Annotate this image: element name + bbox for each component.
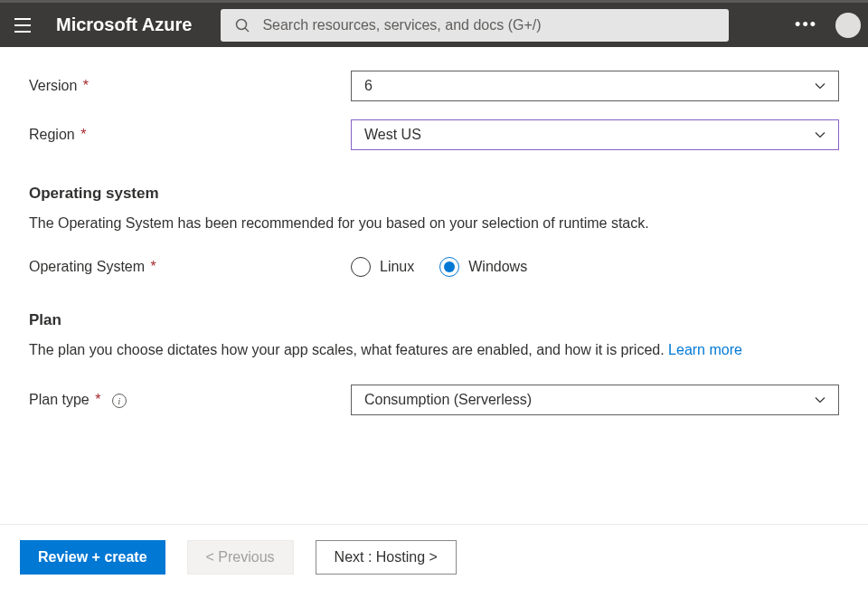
required-asterisk: * bbox=[79, 78, 89, 93]
plan-type-select[interactable]: Consumption (Serverless) bbox=[351, 385, 839, 415]
version-label: Version * bbox=[29, 78, 351, 94]
hamburger-menu-icon[interactable] bbox=[14, 14, 31, 36]
user-avatar[interactable] bbox=[835, 13, 861, 38]
required-asterisk: * bbox=[77, 127, 87, 142]
form-content: Version * 6 Region * West US Operating s… bbox=[0, 47, 868, 415]
learn-more-link[interactable]: Learn more bbox=[668, 342, 742, 357]
os-radio-windows[interactable]: Windows bbox=[439, 257, 527, 277]
os-section-description: The Operating System has been recommende… bbox=[29, 214, 839, 233]
os-radio-linux[interactable]: Linux bbox=[351, 257, 414, 277]
portal-header: Microsoft Azure ••• bbox=[0, 0, 868, 47]
region-label: Region * bbox=[29, 127, 351, 143]
chevron-down-icon bbox=[815, 129, 826, 140]
os-label: Operating System * bbox=[29, 259, 351, 275]
required-asterisk: * bbox=[146, 259, 156, 274]
chevron-down-icon bbox=[815, 81, 826, 91]
svg-point-0 bbox=[237, 19, 247, 29]
os-windows-label: Windows bbox=[468, 259, 527, 275]
plan-type-value: Consumption (Serverless) bbox=[364, 392, 532, 408]
review-create-button[interactable]: Review + create bbox=[20, 540, 165, 575]
os-radio-group: Linux Windows bbox=[351, 257, 527, 277]
more-menu-icon[interactable]: ••• bbox=[795, 15, 817, 34]
os-row: Operating System * Linux Windows bbox=[29, 257, 839, 277]
os-linux-label: Linux bbox=[380, 259, 414, 275]
region-value: West US bbox=[364, 127, 421, 143]
search-input[interactable] bbox=[262, 17, 714, 33]
region-row: Region * West US bbox=[29, 119, 839, 150]
required-asterisk: * bbox=[91, 392, 101, 407]
plan-type-label: Plan type * i bbox=[29, 392, 351, 408]
plan-section-description: The plan you choose dictates how your ap… bbox=[29, 340, 839, 360]
global-search[interactable] bbox=[221, 9, 729, 42]
next-hosting-button[interactable]: Next : Hosting > bbox=[316, 540, 457, 575]
previous-button[interactable]: < Previous bbox=[187, 540, 294, 575]
version-select[interactable]: 6 bbox=[351, 71, 839, 101]
wizard-footer: Review + create < Previous Next : Hostin… bbox=[0, 524, 868, 589]
radio-unchecked-icon bbox=[351, 257, 371, 277]
radio-checked-icon bbox=[439, 257, 459, 277]
plan-section-title: Plan bbox=[29, 311, 839, 329]
info-icon[interactable]: i bbox=[112, 394, 127, 408]
region-select[interactable]: West US bbox=[351, 119, 839, 150]
svg-line-1 bbox=[245, 28, 249, 32]
chevron-down-icon bbox=[815, 394, 826, 405]
plan-type-row: Plan type * i Consumption (Serverless) bbox=[29, 385, 839, 415]
version-value: 6 bbox=[364, 78, 373, 94]
os-section-title: Operating system bbox=[29, 185, 839, 203]
search-icon bbox=[235, 18, 250, 33]
brand-title: Microsoft Azure bbox=[56, 14, 192, 35]
version-row: Version * 6 bbox=[29, 71, 839, 101]
